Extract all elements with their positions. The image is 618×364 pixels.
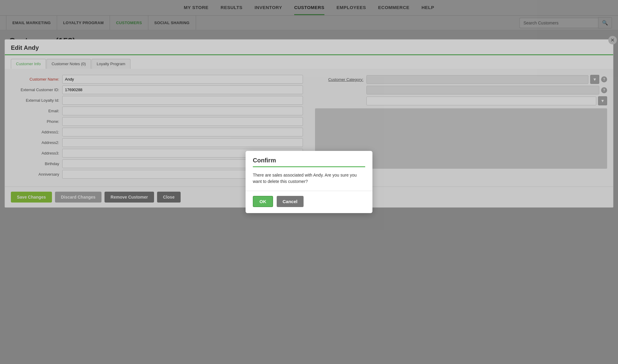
confirm-overlay: Confirm There are sales associated with … [0, 0, 618, 69]
